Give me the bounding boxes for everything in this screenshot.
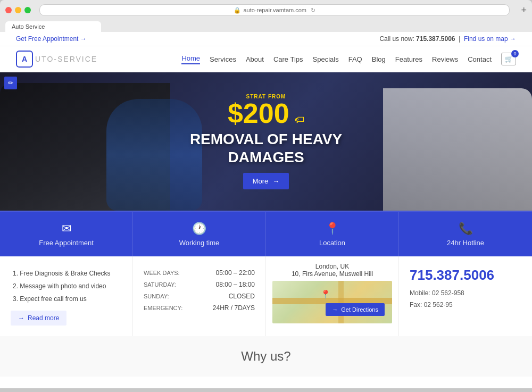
hotline-details: Mobile: 02 562-958 Fax: 02 562-95: [410, 288, 521, 311]
nav-services[interactable]: Services: [210, 55, 236, 63]
tab-title: Auto Service: [12, 23, 45, 30]
directions-button[interactable]: → Get Directions: [326, 303, 385, 316]
edit-icon[interactable]: ✏: [4, 77, 17, 89]
why-section: Why us?: [0, 336, 532, 377]
hotline-number: 715.387.5006: [410, 267, 521, 283]
clock-icon: 🕐: [192, 222, 206, 236]
appt-item-3: 3. Expect free call from us: [11, 293, 122, 305]
emergency-label: EMERGENCY:: [144, 302, 197, 314]
appointment-list: 1. Free Diagnosis & Brake Checks 2. Mess…: [11, 267, 122, 305]
logo-text: UTO-SERVICE: [35, 55, 97, 63]
schedule-row-emergency: EMERGENCY: 24HR / 7DAYS: [144, 302, 255, 314]
url-text: auto-repair.vamtam.com: [243, 7, 306, 13]
weekdays-label: WEEK DAYS:: [144, 267, 197, 279]
address-line2: 10, Firs Avenue, Muswell Hill: [272, 270, 392, 278]
logo-sub: -SERVICE: [54, 55, 97, 63]
location-column: London, UK 10, Firs Avenue, Muswell Hill…: [266, 256, 399, 336]
map-marker-icon: 📍: [320, 289, 331, 299]
hotline-column: 715.387.5006 Mobile: 02 562-958 Fax: 02 …: [399, 256, 532, 336]
nav-home[interactable]: Home: [181, 54, 200, 64]
website-content: Get Free Appointment → Call us now: 715.…: [0, 32, 532, 388]
edit-pencil: ✏: [8, 79, 13, 87]
hotline-mobile: Mobile: 02 562-958: [410, 288, 521, 299]
map-link[interactable]: Find us on map →: [464, 35, 516, 43]
location-pin-icon: 📍: [325, 222, 339, 236]
hotline-fax: Fax: 02 562-95: [410, 299, 521, 311]
read-more-arrow: →: [18, 314, 24, 322]
address-line1: London, UK: [272, 263, 392, 270]
phone-number: 715.387.5006: [416, 35, 455, 43]
nav-about[interactable]: About: [246, 55, 264, 63]
mail-icon: ✉: [62, 222, 71, 236]
map-container: 📍 → Get Directions: [272, 281, 392, 323]
sunday-label: SUNDAY:: [144, 290, 197, 302]
nav-specials[interactable]: Specials: [313, 55, 339, 63]
schedule-row-sunday: SUNDAY: CLOSED: [144, 290, 255, 302]
directions-label: Get Directions: [341, 306, 378, 313]
nav-reviews[interactable]: Reviews: [432, 55, 458, 63]
info-working-label: Working time: [179, 239, 220, 247]
logo: A UTO-SERVICE: [16, 51, 97, 68]
schedule-row-saturday: SATURDAY: 08:00 – 18:00: [144, 279, 255, 290]
phone-icon: 📞: [459, 222, 473, 236]
maximize-dot[interactable]: [24, 7, 31, 13]
browser-tab[interactable]: Auto Service: [5, 21, 101, 32]
nav-menu: Home Services About Care Tips Specials F…: [181, 53, 516, 65]
appt-item-2: 2. Message with photo and video: [11, 280, 122, 293]
cart-icon[interactable]: 🛒 0: [501, 53, 516, 65]
read-more-label: Read more: [28, 314, 59, 322]
info-location[interactable]: 📍 Location: [266, 212, 399, 256]
saturday-label: SATURDAY:: [144, 279, 197, 290]
emergency-hours: 24HR / 7DAYS: [197, 302, 255, 314]
more-button[interactable]: More →: [243, 173, 289, 189]
content-section: 1. Free Diagnosis & Brake Checks 2. Mess…: [0, 256, 532, 336]
appointment-column: 1. Free Diagnosis & Brake Checks 2. Mess…: [0, 256, 133, 336]
close-dot[interactable]: [5, 7, 12, 13]
nav-contact[interactable]: Contact: [468, 55, 492, 63]
appointment-link[interactable]: Get Free Appointment →: [16, 35, 87, 43]
top-bar: Get Free Appointment → Call us now: 715.…: [0, 32, 532, 46]
info-hotline[interactable]: 📞 24hr Hotline: [399, 212, 532, 256]
hero-content: STRAT FROM $200 🏷 REMOVAL OF HEAVY DAMAG…: [190, 94, 342, 189]
info-hotline-label: 24hr Hotline: [447, 239, 484, 247]
info-appointment[interactable]: ✉ Free Appointment: [0, 212, 133, 256]
sunday-hours: CLOSED: [197, 290, 255, 302]
schedule-column: WEEK DAYS: 05:00 – 22:00 SATURDAY: 08:00…: [133, 256, 266, 336]
cart-badge: 0: [511, 50, 519, 57]
minimize-dot[interactable]: [15, 7, 21, 13]
info-strip: ✉ Free Appointment 🕐 Working time 📍 Loca…: [0, 211, 532, 256]
url-bar[interactable]: 🔒 auto-repair.vamtam.com ↻: [39, 4, 510, 16]
nav-features[interactable]: Features: [395, 55, 422, 63]
arrow-icon: →: [272, 177, 279, 185]
hero-title-line2: DAMAGES: [190, 148, 342, 166]
price-amount: $200: [228, 98, 289, 129]
mechanic-figure: [106, 99, 202, 211]
nav-blog[interactable]: Blog: [372, 55, 386, 63]
location-address: London, UK 10, Firs Avenue, Muswell Hill: [272, 263, 392, 278]
new-tab-button[interactable]: +: [521, 5, 527, 16]
schedule-row-weekdays: WEEK DAYS: 05:00 – 22:00: [144, 267, 255, 279]
price-row: $200 🏷: [190, 99, 342, 127]
schedule-table: WEEK DAYS: 05:00 – 22:00 SATURDAY: 08:00…: [144, 267, 255, 314]
nav-care-tips[interactable]: Care Tips: [273, 55, 303, 63]
price-tag-icon: 🏷: [295, 114, 304, 126]
reload-icon[interactable]: ↻: [311, 7, 315, 14]
appt-item-1: 1. Free Diagnosis & Brake Checks: [11, 267, 122, 280]
info-location-label: Location: [319, 239, 345, 247]
logo-letter: A: [22, 55, 27, 63]
why-title: Why us?: [16, 349, 516, 364]
info-appointment-label: Free Appointment: [39, 239, 94, 247]
nav-faq[interactable]: FAQ: [348, 55, 362, 63]
top-bar-left: Get Free Appointment →: [16, 35, 87, 43]
hero-title-line1: REMOVAL OF HEAVY: [190, 130, 342, 148]
car-right: [383, 88, 532, 211]
hero-section: ✏ STRAT FROM $200 🏷 REMOVAL OF HEAVY DAM…: [0, 72, 532, 211]
read-more-button[interactable]: → Read more: [11, 311, 66, 326]
map-road-v: [338, 281, 344, 323]
call-label: Call us now:: [379, 35, 414, 43]
info-working[interactable]: 🕐 Working time: [133, 212, 266, 256]
more-label: More: [253, 177, 269, 185]
directions-arrow: →: [332, 306, 338, 313]
browser-chrome: 🔒 auto-repair.vamtam.com ↻ + Auto Servic…: [0, 0, 532, 32]
logo-main: UTO: [35, 55, 54, 63]
